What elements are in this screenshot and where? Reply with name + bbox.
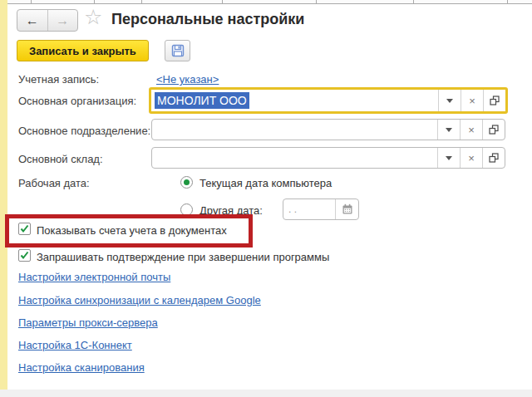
checkbox-show-accounts[interactable] (18, 223, 31, 235)
open-icon (489, 153, 499, 163)
page-title: Персональные настройки (111, 11, 304, 28)
back-arrow-icon: ← (26, 13, 39, 28)
radio-selected-dot (184, 179, 190, 185)
warehouse-input[interactable] (152, 148, 437, 168)
clear-icon: × (468, 125, 475, 135)
checkbox-show-accounts-label: Показывать счета учета в документах (37, 224, 227, 237)
clear-icon: × (469, 96, 475, 106)
top-strip (0, 0, 532, 4)
department-input[interactable] (152, 120, 437, 140)
warehouse-open-button[interactable] (482, 148, 505, 168)
organization-input[interactable]: МОНОЛИТ ООО (151, 90, 438, 111)
side-accent-bar (0, 0, 7, 390)
checkmark-icon (19, 223, 30, 234)
radio-other-date[interactable] (180, 203, 193, 216)
organization-value: МОНОЛИТ ООО (155, 92, 249, 109)
account-link[interactable]: <Не указан> (156, 73, 219, 86)
organization-clear-button[interactable]: × (461, 90, 483, 111)
radio-current-date-label: Текущая дата компьютера (200, 177, 332, 189)
bottom-strip (0, 390, 532, 397)
forward-button[interactable]: → (48, 10, 78, 31)
back-button[interactable]: ← (17, 10, 48, 31)
dropdown-arrow-icon (446, 156, 452, 160)
checkbox-confirm-exit-label: Запрашивать подтверждение при завершении… (37, 251, 329, 263)
warehouse-dropdown-button[interactable] (437, 148, 460, 168)
dropdown-arrow-icon (446, 128, 452, 132)
link-email-settings[interactable]: Настройки электронной почты (18, 271, 170, 283)
warehouse-clear-button[interactable]: × (460, 148, 482, 168)
link-proxy-settings[interactable]: Параметры прокси-сервера (18, 316, 158, 329)
clear-icon: × (468, 153, 475, 164)
floppy-icon (171, 44, 185, 57)
dropdown-arrow-icon (446, 99, 453, 103)
warehouse-label: Основной склад: (18, 153, 103, 165)
work-date-label: Рабочая дата: (18, 177, 90, 189)
link-google-calendar-sync[interactable]: Настройка синхронизации с календарем Goo… (18, 294, 261, 306)
department-combo: × (151, 119, 505, 140)
department-dropdown-button[interactable] (437, 120, 460, 140)
department-clear-button[interactable]: × (460, 120, 482, 140)
save-button[interactable] (165, 40, 190, 61)
other-date-field: . . (283, 198, 359, 220)
nav-button-group: ← → (17, 9, 78, 32)
organization-dropdown-button[interactable] (438, 90, 461, 111)
forward-arrow-icon: → (56, 13, 69, 28)
radio-other-date-label: Другая дата: (200, 204, 263, 217)
favorite-star-icon[interactable]: ☆ (84, 7, 102, 27)
link-scanning-settings[interactable]: Настройка сканирования (18, 361, 145, 374)
organization-open-button[interactable] (483, 90, 505, 111)
date-input[interactable]: . . (283, 199, 335, 219)
open-icon (490, 96, 500, 105)
save-and-close-button[interactable]: Записать и закрыть (17, 40, 149, 61)
organization-combo: МОНОЛИТ ООО × (149, 87, 508, 114)
link-1c-connect[interactable]: Настройка 1С-Коннект (18, 339, 132, 351)
organization-label: Основная организация: (18, 95, 136, 107)
warehouse-combo: × (151, 147, 505, 169)
checkmark-icon (19, 250, 30, 261)
radio-current-date[interactable] (180, 176, 193, 189)
department-label: Основное подразделение: (18, 125, 150, 137)
calendar-button[interactable] (335, 199, 358, 219)
department-open-button[interactable] (482, 120, 505, 140)
open-icon (489, 125, 499, 135)
calendar-icon (342, 203, 353, 215)
account-label: Учетная запись: (18, 73, 99, 86)
checkbox-confirm-exit[interactable] (18, 249, 31, 262)
